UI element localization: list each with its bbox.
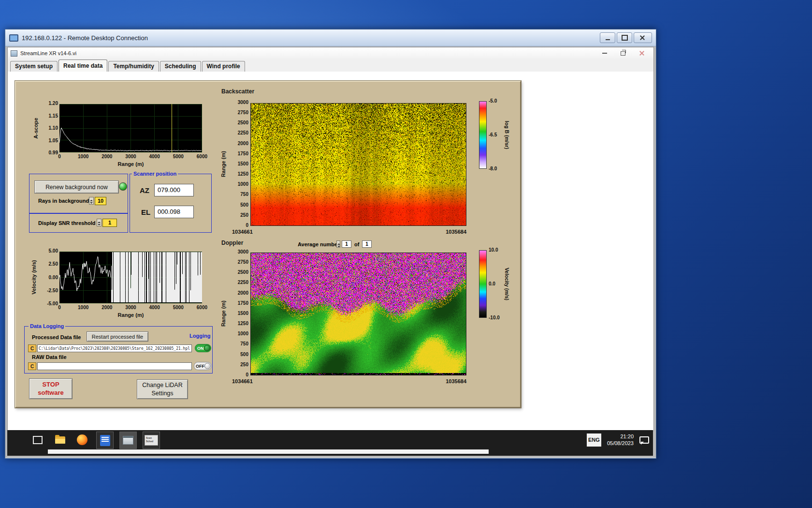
axis-tick: 2250	[238, 280, 248, 285]
raw-data-file-label: RAW Data file	[32, 354, 67, 360]
backscatter-cb-tick-max: -5.0	[489, 98, 497, 104]
doppler-cb-tick-mid: 0.0	[489, 281, 495, 286]
axis-tick: 1250	[238, 321, 248, 326]
app-minimize-icon[interactable]	[602, 53, 607, 54]
stop-software-label: STOP software	[38, 381, 63, 397]
velocity-xticks: 0100020003000400050006000	[51, 305, 210, 310]
notifications-icon[interactable]	[639, 436, 648, 444]
ascope-xlabel: Range (m)	[59, 161, 202, 167]
axis-tick: 0.00	[49, 275, 58, 280]
processed-path-browse-button[interactable]: C	[28, 344, 36, 352]
average-total-field: 1	[362, 240, 372, 248]
streamline-app-button[interactable]	[119, 432, 137, 449]
doppler-heatmap	[250, 253, 466, 375]
axis-tick: 1000	[238, 182, 248, 187]
rays-spinner[interactable]	[89, 197, 94, 205]
axis-tick: 1.05	[49, 138, 58, 143]
app-window: StreamLine XR v14-6.vi System setup Real…	[7, 47, 654, 431]
az-field[interactable]: 079.000	[154, 184, 194, 196]
rdp-minimize-button[interactable]	[600, 32, 615, 43]
data-logging-group: Data Logging Processed Data file Restart…	[24, 326, 213, 374]
axis-tick: 2000	[238, 141, 248, 146]
axis-tick: 1000	[238, 331, 248, 336]
change-lidar-settings-button[interactable]: Change LiDAR Settings	[137, 379, 188, 399]
doppler-cb-tick-min: -10.0	[489, 315, 500, 320]
tab-temp-humidity[interactable]: Temp/humidity	[108, 61, 159, 72]
backscatter-x-start: 1034661	[232, 229, 253, 235]
ascope-ylabel: A-scope	[33, 118, 39, 138]
doppler-graph: Range (m) 300027502500225020001750150012…	[218, 248, 478, 389]
raw-path-browse-button[interactable]: C	[28, 362, 36, 370]
rdp-client-area: StreamLine XR v14-6.vi System setup Real…	[5, 46, 656, 458]
snr-value-field[interactable]: 1	[102, 219, 117, 227]
axis-tick: 1500	[238, 162, 248, 166]
tab-real-time-data[interactable]: Real time data	[58, 60, 107, 72]
tab-wind-profile[interactable]: Wind profile	[202, 61, 245, 72]
stop-software-button[interactable]: STOP software	[29, 378, 72, 399]
average-of-label: of	[354, 241, 359, 247]
el-label: EL	[141, 208, 150, 216]
raw-path-field[interactable]	[37, 362, 192, 370]
doppler-title: Doppler	[221, 239, 243, 246]
tab-scheduling[interactable]: Scheduling	[160, 61, 201, 72]
axis-tick: 6000	[194, 154, 210, 159]
doppler-x-end: 1035684	[417, 378, 466, 384]
scan-scheduler-icon: Scan Sched	[145, 435, 158, 446]
ascope-graph: A-scope 1.201.151.101.050.99 01000200030…	[28, 100, 209, 174]
notes-app-button[interactable]	[96, 432, 114, 449]
backscatter-heatmap	[250, 103, 466, 226]
rdp-close-button[interactable]	[634, 32, 652, 43]
average-number-field[interactable]: 1	[342, 240, 351, 248]
axis-tick: 2000	[99, 305, 115, 310]
file-explorer-button[interactable]	[52, 432, 68, 448]
on-label: ON	[197, 346, 204, 351]
raw-logging-toggle[interactable]: OFF	[194, 362, 212, 370]
scanner-position-group: Scanner position AZ 079.000 EL 000.098	[130, 174, 212, 233]
az-label: AZ	[140, 186, 149, 194]
axis-tick: 500	[240, 203, 248, 208]
taskbar: Scan Sched ENG 21:20 05/08/2023	[7, 430, 653, 456]
axis-tick: 5000	[170, 154, 187, 159]
axis-tick: 3000	[122, 305, 139, 310]
tab-system-setup[interactable]: System setup	[10, 61, 58, 72]
toggle-knob-icon	[204, 363, 211, 369]
restart-processed-file-button[interactable]: Restart processed file	[87, 331, 148, 342]
logging-label: Logging	[188, 333, 212, 339]
axis-tick: 750	[240, 342, 248, 346]
processed-path-field[interactable]: C:\Lidar\Data\Proc\2023\202308\20230805\…	[37, 344, 192, 352]
average-number-spinner[interactable]	[336, 240, 340, 248]
axis-tick: 500	[240, 352, 248, 357]
firefox-button[interactable]	[74, 432, 90, 448]
doppler-ylabel: Range (m)	[220, 300, 226, 327]
backscatter-x-end: 1035684	[417, 229, 466, 235]
rdp-maximize-button[interactable]	[617, 32, 632, 43]
velocity-xlabel: Range (m)	[59, 312, 202, 318]
axis-tick: 0	[246, 223, 248, 228]
app-titlebar[interactable]: StreamLine XR v14-6.vi	[8, 47, 653, 59]
rays-in-background-label: Rays in background	[38, 198, 89, 204]
axis-tick: 0	[51, 305, 68, 310]
axis-tick: 1000	[75, 154, 91, 159]
doppler-cb-tick-max: 10.0	[489, 247, 498, 253]
rdp-titlebar[interactable]: 192.168.0.122 - Remote Desktop Connectio…	[5, 30, 656, 46]
processed-logging-toggle[interactable]: ON	[195, 344, 211, 352]
ascope-yticks: 1.201.151.101.050.99	[40, 101, 58, 155]
instrument-panel: A-scope 1.201.151.101.050.99 01000200030…	[15, 81, 521, 408]
language-indicator[interactable]: ENG	[587, 433, 601, 447]
minimize-icon	[606, 39, 610, 40]
task-view-button[interactable]	[29, 432, 46, 448]
taskbar-clock[interactable]: 21:20 05/08/2023	[607, 433, 634, 447]
app-restore-icon[interactable]	[621, 51, 625, 56]
snr-spinner[interactable]	[97, 219, 102, 226]
backscatter-cb-tick-min: -8.0	[489, 166, 497, 171]
axis-tick: 750	[240, 192, 248, 197]
axis-tick: 2750	[238, 110, 248, 115]
app-close-icon[interactable]	[639, 50, 645, 56]
clock-time: 21:20	[607, 433, 634, 440]
scan-scheduler-button[interactable]: Scan Sched	[143, 432, 160, 449]
renew-background-button[interactable]: Renew background now	[34, 180, 119, 194]
scanner-position-label: Scanner position	[132, 171, 178, 177]
backscatter-ylabel: Range (m)	[220, 151, 226, 177]
rays-value-field[interactable]: 10	[95, 197, 106, 205]
el-field[interactable]: 000.098	[154, 206, 194, 218]
